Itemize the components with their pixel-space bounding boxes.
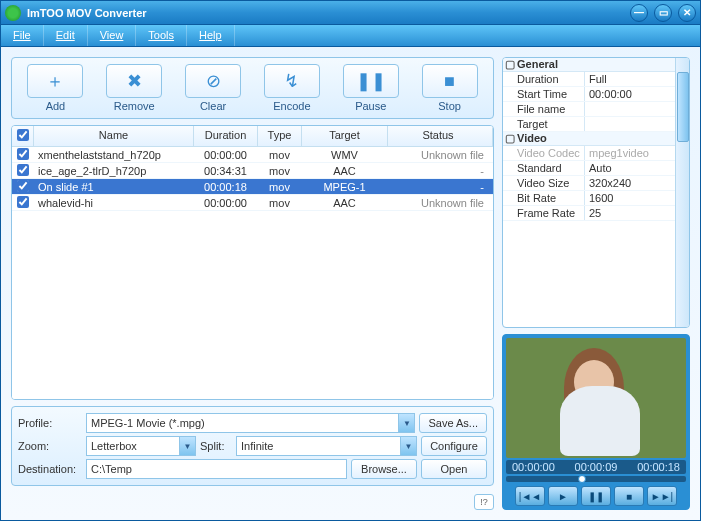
cell-status: - — [388, 180, 493, 194]
chevron-down-icon[interactable]: ▼ — [398, 414, 414, 432]
prop-value[interactable] — [585, 102, 675, 116]
prop-key: Standard — [503, 161, 585, 175]
seek-bar[interactable] — [506, 476, 686, 482]
menu-file[interactable]: File — [1, 25, 44, 46]
col-status[interactable]: Status — [388, 126, 493, 146]
menu-help[interactable]: Help — [187, 25, 235, 46]
prop-row[interactable]: DurationFull — [503, 72, 675, 87]
encode-icon: ↯ — [264, 64, 320, 98]
app-icon — [5, 5, 21, 21]
prop-row[interactable]: Video Codecmpeg1video — [503, 146, 675, 161]
row-checkbox[interactable] — [12, 163, 34, 179]
prop-value[interactable]: Auto — [585, 161, 675, 175]
destination-input[interactable] — [86, 459, 347, 479]
grid-header: Name Duration Type Target Status — [12, 126, 493, 147]
add-button[interactable]: ＋ Add — [18, 64, 93, 112]
col-check[interactable] — [12, 126, 34, 146]
prop-row[interactable]: Frame Rate25 — [503, 206, 675, 221]
scrollbar-thumb[interactable] — [677, 72, 689, 142]
cell-status: Unknown file — [388, 196, 493, 210]
minimize-button[interactable]: — — [630, 4, 648, 22]
clear-button[interactable]: ⊘ Clear — [176, 64, 251, 112]
configure-button[interactable]: Configure — [421, 436, 487, 456]
prop-key: Target — [503, 117, 585, 131]
help-hint-button[interactable]: !? — [474, 494, 494, 510]
prop-row[interactable]: Video Size320x240 — [503, 176, 675, 191]
prop-row[interactable]: StandardAuto — [503, 161, 675, 176]
split-input[interactable] — [236, 436, 417, 456]
remove-button[interactable]: ✖ Remove — [97, 64, 172, 112]
collapse-icon[interactable]: ▢ — [503, 132, 517, 145]
prop-row[interactable]: Target — [503, 117, 675, 132]
prop-value[interactable]: 1600 — [585, 191, 675, 205]
properties-scrollbar[interactable] — [675, 58, 689, 327]
cell-name: On slide #1 — [34, 180, 194, 194]
col-type[interactable]: Type — [258, 126, 302, 146]
cell-type: mov — [258, 148, 302, 162]
prop-row[interactable]: Start Time00:00:00 — [503, 87, 675, 102]
profile-select[interactable]: ▼ — [86, 413, 415, 433]
preview-panel: 00:00:00 00:00:09 00:00:18 |◄◄ ► ❚❚ ■ ►►… — [502, 334, 690, 510]
prop-value[interactable]: mpeg1video — [585, 146, 675, 160]
open-button[interactable]: Open — [421, 459, 487, 479]
prop-row[interactable]: Bit Rate1600 — [503, 191, 675, 206]
titlebar: ImTOO MOV Converter — ▭ ✕ — [1, 1, 700, 25]
preview-image — [506, 338, 686, 458]
pause-button[interactable]: ❚❚ Pause — [333, 64, 408, 112]
menu-edit[interactable]: Edit — [44, 25, 88, 46]
col-name[interactable]: Name — [34, 126, 194, 146]
profile-input[interactable] — [86, 413, 415, 433]
zoom-select[interactable]: ▼ — [86, 436, 196, 456]
prop-group-header[interactable]: ▢General — [503, 58, 675, 72]
table-row[interactable]: ice_age_2-tlrD_h720p00:34:31movAAC- — [12, 163, 493, 179]
prop-value[interactable]: Full — [585, 72, 675, 86]
preview-next-button[interactable]: ►►| — [647, 486, 677, 506]
encode-button[interactable]: ↯ Encode — [254, 64, 329, 112]
cell-type: mov — [258, 180, 302, 194]
save-as-button[interactable]: Save As... — [419, 413, 487, 433]
menu-tools[interactable]: Tools — [136, 25, 187, 46]
menu-view[interactable]: View — [88, 25, 137, 46]
browse-button[interactable]: Browse... — [351, 459, 417, 479]
table-row[interactable]: xmenthelaststand_h720p00:00:00movWMVUnkn… — [12, 147, 493, 163]
prop-group-header[interactable]: ▢Video — [503, 132, 675, 146]
chevron-down-icon[interactable]: ▼ — [179, 437, 195, 455]
maximize-button[interactable]: ▭ — [654, 4, 672, 22]
close-button[interactable]: ✕ — [678, 4, 696, 22]
col-duration[interactable]: Duration — [194, 126, 258, 146]
prop-value[interactable]: 25 — [585, 206, 675, 220]
stop-button[interactable]: ■ Stop — [412, 64, 487, 112]
chevron-down-icon[interactable]: ▼ — [400, 437, 416, 455]
col-target[interactable]: Target — [302, 126, 388, 146]
row-checkbox[interactable] — [12, 147, 34, 163]
prop-value[interactable] — [585, 117, 675, 131]
seek-thumb[interactable] — [578, 475, 586, 483]
preview-prev-button[interactable]: |◄◄ — [515, 486, 545, 506]
row-checkbox[interactable] — [12, 179, 34, 195]
plus-icon: ＋ — [27, 64, 83, 98]
prop-key: File name — [503, 102, 585, 116]
cell-name: ice_age_2-tlrD_h720p — [34, 164, 194, 178]
cell-target: WMV — [302, 148, 388, 162]
prop-key: Video Size — [503, 176, 585, 190]
prop-key: Start Time — [503, 87, 585, 101]
table-row[interactable]: whalevid-hi00:00:00movAACUnknown file — [12, 195, 493, 211]
preview-stop-button[interactable]: ■ — [614, 486, 644, 506]
table-row[interactable]: On slide #100:00:18movMPEG-1- — [12, 179, 493, 195]
prop-value[interactable]: 320x240 — [585, 176, 675, 190]
split-select[interactable]: ▼ — [236, 436, 417, 456]
cell-duration: 00:00:00 — [194, 196, 258, 210]
prop-row[interactable]: File name — [503, 102, 675, 117]
preview-play-button[interactable]: ► — [548, 486, 578, 506]
check-all[interactable] — [17, 129, 29, 141]
properties-body: ▢GeneralDurationFullStart Time00:00:00Fi… — [503, 58, 675, 327]
x-icon: ✖ — [106, 64, 162, 98]
file-grid: Name Duration Type Target Status xmenthe… — [11, 125, 494, 400]
split-label: Split: — [200, 440, 232, 452]
collapse-icon[interactable]: ▢ — [503, 58, 517, 71]
prop-key: Video Codec — [503, 146, 585, 160]
row-checkbox[interactable] — [12, 195, 34, 211]
preview-pause-button[interactable]: ❚❚ — [581, 486, 611, 506]
prop-value[interactable]: 00:00:00 — [585, 87, 675, 101]
prop-key: Bit Rate — [503, 191, 585, 205]
